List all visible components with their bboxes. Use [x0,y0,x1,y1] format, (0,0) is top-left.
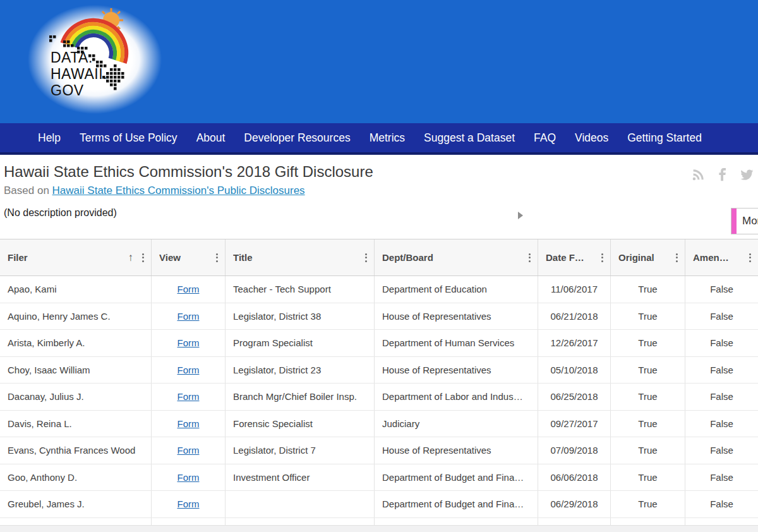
table-row: Evans, Cynthia Frances WoodFormLegislato… [0,437,758,464]
cell-original: True [611,276,685,303]
form-link[interactable]: Form [177,499,200,509]
nav-item-about[interactable]: About [196,131,226,145]
cell-dept: Department of Human Services [375,330,538,356]
social-links [691,168,754,182]
column-header-dept[interactable]: Dept/Board [375,239,538,275]
cell-title: Forensic Specialist [226,411,375,437]
cell-date: 05/10/2018 [538,357,611,384]
expand-description-icon[interactable] [518,212,523,219]
logo-wordmark-line: GOV [51,82,107,99]
form-link[interactable]: Form [177,311,200,322]
nav-item-videos[interactable]: Videos [575,131,608,145]
column-header-amended[interactable]: Amen… [685,239,758,275]
column-label: Filer [8,252,128,263]
form-link[interactable]: Form [177,445,200,456]
cell-dept: Department of Labor and Indus… [375,384,538,410]
nav-item-metrics[interactable]: Metrics [370,131,405,145]
table-row: Dacanay, Julius J.FormBranch Mgr/Chief B… [0,384,758,411]
cell-view: Form [152,437,226,464]
form-link[interactable]: Form [177,472,200,483]
cell-amended: False [685,437,758,464]
more-views-accent [731,209,737,234]
based-on: Based on Hawaii State Ethics Commission'… [4,184,758,197]
cell-amended: False [685,303,758,330]
column-header-original[interactable]: Original [611,239,685,275]
nav-item-suggest-a-dataset[interactable]: Suggest a Dataset [424,131,515,145]
column-header-date[interactable]: Date F… [538,239,611,275]
logo-wordmark-line: DATA. [51,49,107,66]
table-row: Davis, Reina L.FormForensic SpecialistJu… [0,411,758,438]
form-link[interactable]: Form [177,365,200,375]
logo-wordmark-line: HAWAII. [51,66,107,82]
nav-item-help[interactable]: Help [38,131,61,145]
table-row: Aquino, Henry James C.FormLegislator, Di… [0,303,758,330]
column-header-filer[interactable]: Filer↑ [0,239,152,275]
cell-dept: Department of Budget and Fina… [375,464,538,491]
cell-dept: House of Representatives [375,303,538,330]
column-menu-icon[interactable] [141,251,145,265]
cell-date: 06/25/2018 [538,384,611,410]
cell-title: Branch Mgr/Chief Boiler Insp. [226,384,375,410]
nav-item-developer-resources[interactable]: Developer Resources [244,131,350,145]
data-grid: Filer↑ViewTitleDept/BoardDate F…Original… [0,239,758,526]
cell-view: Form [152,303,226,330]
logo-wordmark: DATA.HAWAII.GOV [51,49,107,99]
site-logo[interactable]: DATA.HAWAII.GOV [30,4,150,111]
column-label: Original [618,252,675,263]
main-nav: HelpTerms of Use PolicyAboutDeveloper Re… [0,123,758,155]
column-label: Amen… [693,252,748,263]
rss-icon[interactable] [691,168,705,182]
cell-filer: Aquino, Henry James C. [0,303,152,330]
form-link[interactable]: Form [177,337,200,348]
cell-original: True [611,491,685,517]
cell-dept: Department of Budget and Fina… [375,491,538,517]
form-link[interactable]: Form [177,284,200,294]
column-menu-icon[interactable] [748,251,752,265]
column-menu-icon[interactable] [527,251,532,265]
cell-dept: House of Representatives [375,357,538,384]
form-link[interactable]: Form [177,418,200,429]
nav-item-getting-started[interactable]: Getting Started [627,131,702,145]
cell-title: Legislator, District 7 [226,437,375,464]
more-views-button[interactable]: Mor [731,208,758,234]
cell-dept: Judiciary [375,411,538,437]
cell-view: Form [152,411,226,437]
column-menu-icon[interactable] [600,251,605,265]
form-link[interactable]: Form [177,391,200,402]
cell-dept: House of Representatives [375,437,538,464]
table-body: Apao, KamiFormTeacher - Tech SupportDepa… [0,276,758,526]
column-menu-icon[interactable] [215,251,219,265]
cell-view: Form [152,276,226,303]
cell-original: True [611,330,685,356]
page-head: Hawaii State Ethics Commission's 2018 Gi… [0,163,758,219]
horizontal-scrollbar[interactable] [0,525,758,532]
column-header-view[interactable]: View [152,239,226,275]
based-on-link[interactable]: Hawaii State Ethics Commission's Public … [52,184,305,196]
column-menu-icon[interactable] [364,251,368,265]
cell-filer: Greubel, James J. [0,491,152,517]
nav-item-faq[interactable]: FAQ [534,131,556,145]
cell-date: 06/21/2018 [538,303,611,330]
sort-ascending-icon[interactable]: ↑ [128,251,134,264]
column-menu-icon[interactable] [675,251,679,265]
cell-date: 06/29/2018 [538,491,611,517]
table-row: Greubel, James J.FormDepartment of Budge… [0,491,758,518]
cell-filer: Choy, Isaac William [0,357,152,384]
cell-filer: Dacanay, Julius J. [0,384,152,410]
cell-filer: Arista, Kimberly A. [0,330,152,356]
cell-original: True [611,303,685,330]
facebook-icon[interactable] [718,168,726,182]
cell-original: True [611,384,685,410]
cell-view: Form [152,491,226,517]
column-header-title[interactable]: Title [226,239,375,275]
cell-view: Form [152,384,226,410]
cell-view: Form [152,330,226,356]
nav-item-terms-of-use-policy[interactable]: Terms of Use Policy [80,131,177,145]
cell-filer: Apao, Kami [0,276,152,303]
table-row: Apao, KamiFormTeacher - Tech SupportDepa… [0,276,758,303]
cell-amended: False [685,464,758,491]
twitter-icon[interactable] [739,168,754,182]
cell-date: 06/06/2018 [538,464,611,491]
cell-view: Form [152,357,226,384]
cell-title: Program Specialist [226,330,375,356]
